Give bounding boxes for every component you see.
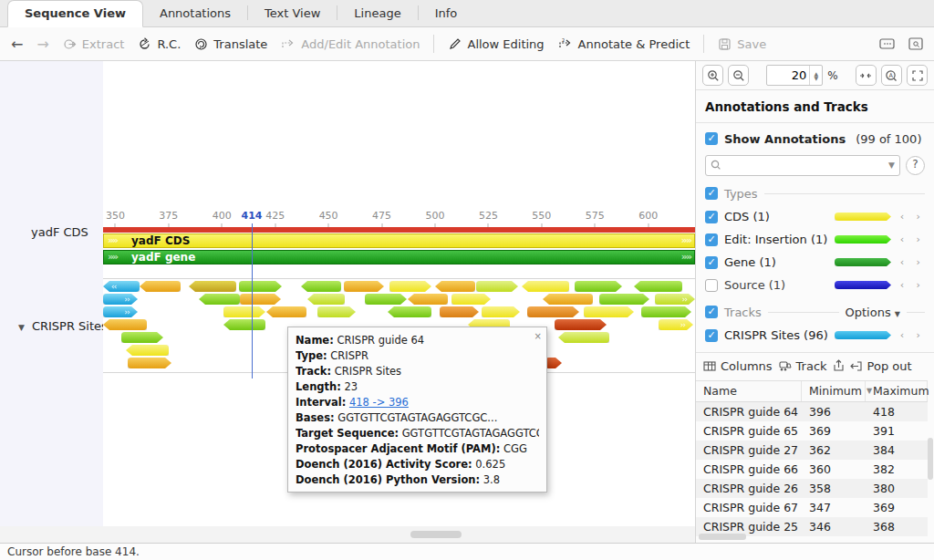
crispr-site-arrow[interactable]: ›› — [103, 306, 138, 317]
tooltip-close-icon[interactable]: × — [534, 328, 542, 344]
prev-next-chevrons[interactable]: ‹ › — [898, 279, 925, 291]
sequence-canvas[interactable]: »» yadF CDS »» »» yadF gene »» ‹‹›››››››… — [103, 61, 695, 526]
search-options-chevron-icon[interactable]: ▼ — [888, 161, 895, 170]
table-row[interactable]: CRISPR guide 27362384 — [696, 441, 928, 460]
translate-button[interactable]: Translate — [194, 37, 267, 51]
type-row-checkbox[interactable] — [705, 279, 718, 292]
add-edit-annotation-button[interactable]: Add/Edit Annotation — [281, 37, 420, 51]
crispr-site-arrow[interactable] — [389, 281, 431, 292]
back-arrow-icon[interactable]: ← — [11, 36, 23, 53]
crispr-site-arrow[interactable] — [140, 281, 181, 292]
crispr-site-arrow[interactable] — [527, 306, 579, 317]
crispr-site-arrow[interactable] — [440, 306, 479, 317]
zoom-spinner[interactable]: ▲▼ — [809, 66, 822, 85]
type-row-checkbox[interactable]: ✓ — [705, 233, 718, 246]
table-row[interactable]: CRISPR guide 66360382 — [696, 460, 928, 479]
crispr-site-arrow[interactable] — [482, 306, 520, 317]
columns-button[interactable]: Columns — [703, 359, 773, 373]
forward-arrow-icon[interactable]: → — [36, 36, 48, 53]
prev-next-chevrons[interactable]: ‹ › — [898, 233, 925, 245]
expand-view-button[interactable] — [907, 65, 928, 86]
table-header-minimum[interactable]: Minimum▼ — [802, 381, 866, 401]
crispr-site-arrow[interactable] — [641, 306, 691, 317]
crispr-site-arrow[interactable] — [522, 281, 569, 292]
crispr-site-arrow[interactable]: ›› — [103, 294, 138, 305]
crispr-site-arrow[interactable] — [634, 281, 682, 292]
crispr-site-arrow[interactable] — [575, 281, 622, 292]
crispr-site-arrow[interactable] — [543, 294, 593, 305]
crispr-site-arrow[interactable] — [555, 319, 607, 330]
crispr-site-arrow[interactable] — [223, 319, 265, 330]
crispr-site-arrow[interactable] — [545, 358, 562, 368]
search-input[interactable] — [725, 158, 885, 173]
crispr-site-arrow[interactable]: ›› — [659, 319, 693, 330]
table-row[interactable]: CRISPR guide 64396418 — [696, 402, 928, 421]
crispr-site-arrow[interactable] — [365, 294, 407, 305]
gene-annotation-bar[interactable]: »» yadF gene »» — [103, 250, 695, 264]
crispr-site-arrow[interactable] — [344, 281, 384, 292]
crispr-site-arrow[interactable] — [476, 281, 518, 292]
zoom-in-button[interactable] — [702, 65, 723, 86]
reverse-complement-button[interactable]: R.C. — [138, 37, 181, 51]
table-row[interactable]: CRISPR guide 65369391 — [696, 421, 928, 441]
crispr-site-arrow[interactable] — [435, 281, 475, 292]
show-annotations-checkbox[interactable]: ✓ — [705, 132, 718, 145]
crispr-site-arrow[interactable] — [103, 319, 147, 330]
prev-next-chevrons[interactable]: ‹ › — [898, 256, 925, 268]
crispr-site-arrow[interactable] — [126, 345, 169, 356]
zoom-out-button[interactable] — [728, 65, 749, 86]
crispr-site-arrow[interactable] — [199, 294, 240, 305]
extract-button[interactable]: Extract — [63, 37, 125, 51]
table-row[interactable]: CRISPR guide 26358380 — [696, 479, 928, 498]
tab-info[interactable]: Info — [419, 1, 474, 26]
export-button[interactable] — [833, 359, 845, 372]
tab-sequence-view[interactable]: Sequence View — [7, 0, 143, 27]
prev-next-chevrons[interactable]: ‹ › — [898, 211, 925, 223]
crispr-site-arrow[interactable] — [388, 306, 431, 317]
crispr-site-arrow[interactable] — [128, 358, 171, 368]
cds-annotation-bar[interactable]: »» yadF CDS »» — [103, 233, 695, 248]
track-button[interactable]: Track — [778, 359, 827, 373]
crispr-site-arrow[interactable] — [558, 332, 609, 343]
crispr-site-arrow[interactable] — [451, 294, 491, 305]
tab-text-view[interactable]: Text View — [248, 1, 337, 26]
crispr-site-arrow[interactable] — [584, 306, 634, 317]
tracks-options-button[interactable]: Options ▼ — [846, 306, 900, 319]
scrollbar-thumb[interactable] — [410, 531, 462, 538]
crispr-site-arrow[interactable]: ‹‹ — [103, 281, 140, 292]
track-row-checkbox[interactable]: ✓ — [705, 329, 718, 342]
table-header-maximum[interactable]: Maximum — [866, 381, 928, 401]
allow-editing-button[interactable]: Allow Editing — [448, 37, 544, 51]
table-header-name[interactable]: Name — [696, 381, 802, 401]
prev-next-chevrons[interactable]: ‹ › — [898, 329, 925, 341]
help-button[interactable]: ? — [906, 156, 925, 175]
fit-to-width-button[interactable] — [856, 65, 877, 86]
split-view-icon[interactable] — [879, 37, 895, 50]
zoom-to-selection-button[interactable]: A — [881, 65, 902, 86]
table-vertical-scrollbar[interactable] — [928, 438, 933, 480]
crispr-site-arrow[interactable] — [307, 294, 345, 305]
crispr-site-arrow[interactable] — [599, 294, 649, 305]
crispr-site-arrow[interactable] — [223, 306, 265, 317]
zoom-level-input[interactable] — [767, 66, 809, 85]
crispr-site-arrow[interactable] — [408, 294, 448, 305]
crispr-site-arrow[interactable] — [240, 294, 281, 305]
crispr-site-arrow[interactable] — [121, 332, 163, 343]
collapse-triangle-icon[interactable]: ▼ — [18, 323, 25, 332]
pop-out-button[interactable]: Pop out — [850, 359, 912, 373]
crispr-site-arrow[interactable] — [317, 306, 356, 317]
type-row-checkbox[interactable]: ✓ — [705, 256, 718, 269]
table-horizontal-scrollbar[interactable] — [699, 534, 746, 540]
crispr-site-arrow[interactable] — [239, 281, 282, 292]
tab-annotations[interactable]: Annotations — [143, 1, 247, 26]
crispr-site-arrow[interactable]: ›› — [655, 294, 695, 305]
picture-in-picture-icon[interactable] — [908, 37, 923, 50]
table-row[interactable]: CRISPR guide 67347369 — [696, 498, 928, 517]
horizontal-scrollbar[interactable] — [0, 526, 695, 543]
crispr-site-arrow[interactable] — [301, 281, 341, 292]
crispr-site-arrow[interactable] — [189, 281, 236, 292]
tab-lineage[interactable]: Lineage — [337, 1, 417, 26]
type-row-checkbox[interactable]: ✓ — [705, 211, 718, 223]
crispr-site-arrow[interactable] — [266, 306, 306, 317]
tracks-checkbox[interactable]: ✓ — [705, 306, 718, 318]
